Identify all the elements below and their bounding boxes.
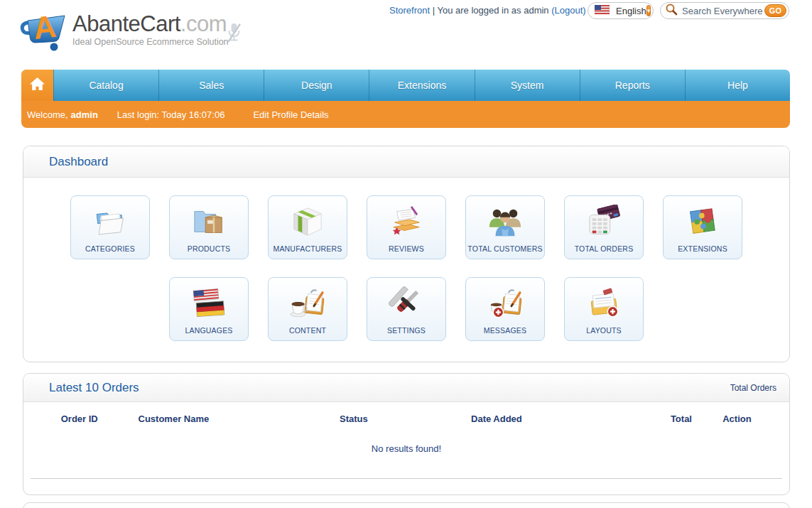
manufacturers-icon <box>289 201 326 242</box>
nav-tab-design[interactable]: Design <box>264 70 369 101</box>
column-header-action: Action <box>692 414 782 424</box>
orders-table-header-row: Order IDCustomer NameStatusDate AddedTot… <box>31 414 782 424</box>
tile-label: EXTENSIONS <box>678 244 727 253</box>
tile-languages[interactable]: LANGUAGES <box>169 277 249 341</box>
orders-empty-message: No results found! <box>31 443 782 454</box>
nav-tab-system[interactable]: System <box>475 70 580 101</box>
nav-tab-sales[interactable]: Sales <box>158 70 264 101</box>
products-icon <box>190 201 227 242</box>
tile-extensions[interactable]: EXTENSIONS <box>663 195 742 259</box>
tile-label: LAYOUTS <box>586 326 622 335</box>
tile-label: TOTAL CUSTOMERS <box>467 244 542 253</box>
tile-label: REVIEWS <box>389 244 424 253</box>
dashboard-panel: Dashboard CATEGORIESPRODUCTSMANUFACTURER… <box>23 146 790 362</box>
home-icon <box>29 77 45 94</box>
tile-label: PRODUCTS <box>188 244 231 253</box>
logout-link[interactable]: (Logout) <box>551 5 585 16</box>
next-panel-edge <box>23 502 790 508</box>
session-divider: | <box>433 5 435 16</box>
settings-icon <box>388 283 425 324</box>
tile-label: MANUFACTURERS <box>273 244 342 253</box>
search-input[interactable] <box>681 5 764 17</box>
tile-label: LANGUAGES <box>185 326 232 335</box>
total-orders-link[interactable]: Total Orders <box>730 383 776 393</box>
chevron-down-icon[interactable]: ▾ <box>646 5 651 16</box>
tile-reviews[interactable]: REVIEWS <box>367 195 446 259</box>
tile-label: MESSAGES <box>484 326 527 335</box>
tile-products[interactable]: PRODUCTS <box>169 195 249 259</box>
brand-tagline: Ideal OpenSource Ecommerce Solution <box>72 37 229 47</box>
welcome-bar: Welcome,admin Last login: Today 16:07:06… <box>21 101 790 128</box>
orders-panel-title: Latest 10 Orders <box>49 381 139 395</box>
content-icon <box>289 283 326 324</box>
main-nav: CatalogSalesDesignExtensionsSystemReport… <box>21 70 790 101</box>
nav-tab-home[interactable] <box>21 70 53 101</box>
reviews-icon <box>388 201 425 242</box>
tile-messages[interactable]: MESSAGES <box>465 277 545 341</box>
global-search: GO <box>660 2 789 19</box>
dashboard-panel-header: Dashboard <box>23 146 789 178</box>
column-header-status: Status <box>293 414 413 424</box>
tile-total-orders[interactable]: TOTAL ORDERS <box>564 195 644 259</box>
dashboard-tiles: CATEGORIESPRODUCTSMANUFACTURERSREVIEWSTO… <box>23 178 789 341</box>
total-orders-icon <box>585 201 622 242</box>
latest-orders-panel: Latest 10 Orders Total Orders Order IDCu… <box>23 373 790 495</box>
language-selected-label: English <box>616 6 646 16</box>
welcome-text: Welcome,admin <box>27 109 98 120</box>
svg-text:A: A <box>31 9 58 45</box>
storefront-link[interactable]: Storefront <box>389 5 430 16</box>
orders-table: Order IDCustomer NameStatusDate AddedTot… <box>31 402 782 479</box>
column-header-customer-name: Customer Name <box>129 414 294 424</box>
extensions-icon <box>684 201 721 242</box>
nav-tab-catalog[interactable]: Catalog <box>53 70 158 101</box>
languages-icon <box>190 283 227 324</box>
tile-total-customers[interactable]: TOTAL CUSTOMERS <box>465 195 545 259</box>
tile-manufacturers[interactable]: MANUFACTURERS <box>268 195 347 259</box>
search-go-button[interactable]: GO <box>764 4 786 17</box>
layouts-icon <box>585 283 622 324</box>
brand-name: AbanteCart.com <box>72 13 229 35</box>
abantecart-admin-dashboard: A AbanteCart.com Ideal OpenSource Ecomme… <box>0 0 812 508</box>
last-login-text: Last login: Today 16:07:06 <box>117 109 225 120</box>
session-status: Storefront | You are logged in as admin … <box>389 5 586 16</box>
tile-categories[interactable]: CATEGORIES <box>70 195 150 259</box>
us-flag-icon <box>595 4 610 17</box>
column-header-date-added: Date Added <box>414 414 580 424</box>
column-header-total: Total <box>579 414 692 424</box>
tile-label: SETTINGS <box>387 326 426 335</box>
cart-logo-icon: A <box>18 6 70 54</box>
username: admin <box>71 109 98 120</box>
nav-tab-extensions[interactable]: Extensions <box>369 70 474 101</box>
edit-profile-link[interactable]: Edit Profile Details <box>253 109 328 120</box>
muted-mic-icon[interactable] <box>226 22 242 47</box>
tile-label: CONTENT <box>289 326 326 335</box>
nav-tab-help[interactable]: Help <box>685 70 790 101</box>
tile-label: TOTAL ORDERS <box>575 244 634 253</box>
app-logo: A AbanteCart.com Ideal OpenSource Ecomme… <box>18 6 229 54</box>
tile-layouts[interactable]: LAYOUTS <box>564 277 644 341</box>
page-title: Dashboard <box>49 155 108 169</box>
nav-tab-reports[interactable]: Reports <box>580 70 685 101</box>
orders-panel-header: Latest 10 Orders Total Orders <box>23 374 789 402</box>
logged-in-text: You are logged in as admin <box>438 5 549 16</box>
categories-icon <box>92 201 129 242</box>
tile-settings[interactable]: SETTINGS <box>367 277 446 341</box>
language-selector[interactable]: English ▾ <box>588 2 654 19</box>
total-customers-icon <box>487 201 524 242</box>
messages-icon <box>487 283 524 324</box>
tile-label: CATEGORIES <box>85 244 135 253</box>
search-icon <box>665 3 678 18</box>
column-header-order-id: Order ID <box>31 414 129 424</box>
tile-content[interactable]: CONTENT <box>268 277 347 341</box>
